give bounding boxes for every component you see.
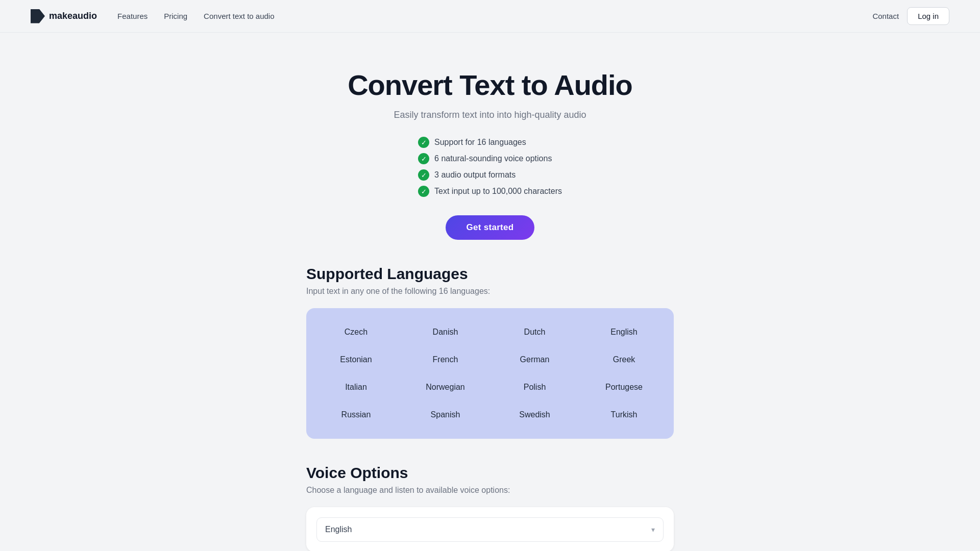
nav-features[interactable]: Features [117,12,148,20]
get-started-button[interactable]: Get started [446,215,534,240]
login-button[interactable]: Log in [907,7,949,25]
check-icon-3: ✓ [418,169,429,181]
language-cell-norwegian: Norwegian [401,373,490,401]
logo-icon [31,9,45,23]
language-cell-danish: Danish [401,318,490,346]
nav-links: Features Pricing Convert text to audio [117,12,274,21]
feature-text-4: Text input up to 100,000 characters [434,187,562,196]
voice-dropdown-container: English ▾ [306,507,674,551]
language-cell-russian: Russian [311,401,401,429]
feature-item: ✓ Support for 16 languages [418,137,526,148]
language-cell-english: English [579,318,669,346]
logo[interactable]: makeaudio [31,9,97,23]
nav-convert[interactable]: Convert text to audio [204,12,274,20]
hero-subtitle: Easily transform text into into high-qua… [394,110,586,120]
supported-languages-section: Supported Languages Input text in any on… [306,265,674,439]
voice-dropdown-value: English [325,525,352,534]
check-icon-4: ✓ [418,186,429,197]
voice-dropdown-inner: English ▾ [325,525,655,534]
hero-title: Convert Text to Audio [348,68,632,102]
language-cell-greek: Greek [579,346,669,373]
hero-section: Convert Text to Audio Easily transform t… [0,33,980,265]
language-cell-swedish: Swedish [490,401,579,429]
navbar-left: makeaudio Features Pricing Convert text … [31,9,275,23]
language-cell-polish: Polish [490,373,579,401]
voice-language-dropdown[interactable]: English ▾ [316,517,664,542]
navbar-right: Contact Log in [872,7,949,25]
check-icon-1: ✓ [418,137,429,148]
nav-pricing[interactable]: Pricing [164,12,187,20]
language-cell-czech: Czech [311,318,401,346]
check-icon-2: ✓ [418,153,429,164]
languages-section-subtitle: Input text in any one of the following 1… [306,287,674,296]
feature-item: ✓ 3 audio output formats [418,169,516,181]
languages-grid: Czech Danish Dutch English Estonian Fren… [306,308,674,439]
feature-item: ✓ Text input up to 100,000 characters [418,186,562,197]
language-cell-german: German [490,346,579,373]
chevron-down-icon: ▾ [651,525,655,534]
main-content: Supported Languages Input text in any on… [296,265,684,551]
language-cell-turkish: Turkish [579,401,669,429]
language-cell-french: French [401,346,490,373]
navbar: makeaudio Features Pricing Convert text … [0,0,980,33]
voice-options-subtitle: Choose a language and listen to availabl… [306,486,674,495]
feature-item: ✓ 6 natural-sounding voice options [418,153,552,164]
languages-section-title: Supported Languages [306,265,674,283]
logo-text: makeaudio [49,11,97,21]
contact-link[interactable]: Contact [872,12,899,20]
feature-text-3: 3 audio output formats [434,170,516,180]
language-cell-spanish: Spanish [401,401,490,429]
voice-options-section: Voice Options Choose a language and list… [306,464,674,551]
language-cell-portugese: Portugese [579,373,669,401]
language-cell-italian: Italian [311,373,401,401]
language-cell-estonian: Estonian [311,346,401,373]
feature-text-2: 6 natural-sounding voice options [434,154,552,163]
feature-text-1: Support for 16 languages [434,138,526,147]
features-list: ✓ Support for 16 languages ✓ 6 natural-s… [418,137,562,197]
language-cell-dutch: Dutch [490,318,579,346]
voice-options-title: Voice Options [306,464,674,482]
